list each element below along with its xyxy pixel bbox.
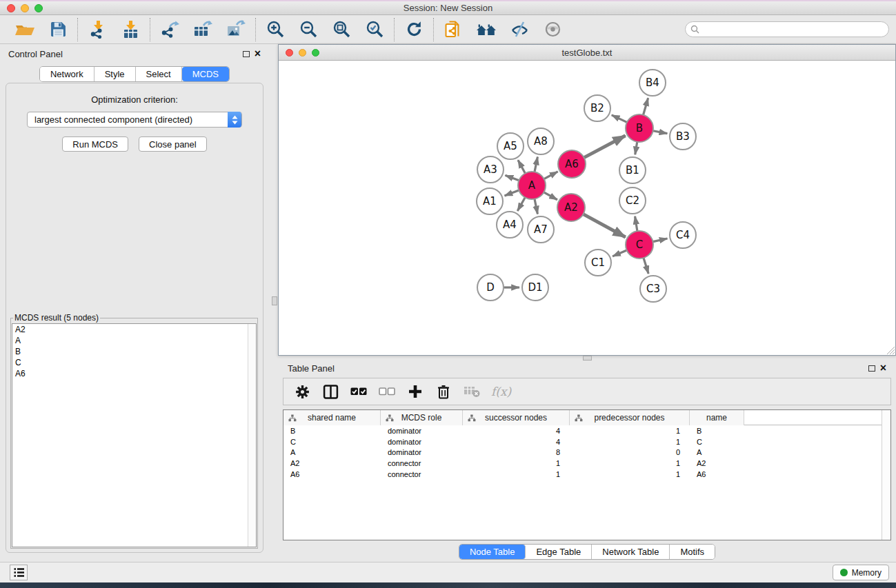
edge-A-A6[interactable] <box>544 172 558 179</box>
edge-C-C4[interactable] <box>653 239 668 242</box>
tab-network-table[interactable]: Network Table <box>592 545 670 559</box>
cell-predecessor-nodes[interactable]: 1 <box>570 438 690 446</box>
cell-successor-nodes[interactable]: 4 <box>463 438 570 446</box>
column-header-predecessor-nodes[interactable]: predecessor nodes <box>570 410 690 425</box>
cell-shared-name[interactable]: A <box>283 448 381 456</box>
edge-B-B2[interactable] <box>612 115 627 123</box>
graph-node-B4[interactable]: B4 <box>639 70 666 96</box>
graph-node-A6[interactable]: A6 <box>558 150 586 178</box>
tab-mcds[interactable]: MCDS <box>182 67 229 81</box>
mcds-result-item[interactable]: B <box>12 346 256 357</box>
cell-shared-name[interactable]: A2 <box>283 459 381 467</box>
cell-successor-nodes[interactable]: 1 <box>463 459 570 467</box>
import-network-icon[interactable] <box>86 19 109 40</box>
column-header-name[interactable]: name <box>690 410 744 425</box>
table-row[interactable]: A6connector11A6 <box>283 469 890 480</box>
graph-node-C2[interactable]: C2 <box>619 187 646 214</box>
cell-MCDS-role[interactable]: dominator <box>381 427 463 435</box>
run-mcds-button[interactable]: Run MCDS <box>62 136 128 152</box>
graph-node-A2[interactable]: A2 <box>557 194 585 221</box>
edge-B-B1[interactable] <box>635 142 637 155</box>
import-table-icon[interactable] <box>119 19 142 40</box>
table-row[interactable]: Adominator80A <box>283 447 890 458</box>
zoom-out-icon[interactable] <box>297 19 320 40</box>
column-header-successor-nodes[interactable]: successor nodes <box>463 410 570 425</box>
close-table-panel-icon[interactable]: × <box>880 365 886 372</box>
mcds-result-list[interactable]: A2ABCA6 <box>12 323 257 547</box>
result-list-scrollbar[interactable] <box>248 324 256 547</box>
deselect-all-checkboxes-icon[interactable] <box>378 383 396 401</box>
cell-shared-name[interactable]: A6 <box>283 470 381 478</box>
edge-C-C1[interactable] <box>613 250 627 256</box>
toggle-visibility-icon[interactable] <box>541 19 564 40</box>
delete-column-icon[interactable] <box>435 383 452 401</box>
export-network-icon[interactable] <box>158 19 181 40</box>
mcds-result-item[interactable]: C <box>12 357 256 368</box>
add-column-icon[interactable] <box>406 383 424 401</box>
window-resize-grip[interactable] <box>886 345 895 354</box>
table-row[interactable]: Bdominator41B <box>283 425 890 436</box>
tab-select[interactable]: Select <box>136 67 182 81</box>
task-history-button[interactable] <box>10 565 28 580</box>
tab-motifs[interactable]: Motifs <box>670 545 715 559</box>
split-pane-gripper-vertical[interactable] <box>272 296 277 305</box>
cell-predecessor-nodes[interactable]: 1 <box>570 459 690 467</box>
float-table-panel-icon[interactable] <box>868 365 875 372</box>
graph-node-A7[interactable]: A7 <box>528 216 554 243</box>
edge-A-A2[interactable] <box>544 192 557 200</box>
show-columns-icon[interactable] <box>321 383 339 401</box>
cell-MCDS-role[interactable]: connector <box>381 459 463 467</box>
save-session-icon[interactable] <box>46 19 70 40</box>
open-session-icon[interactable] <box>13 19 37 40</box>
graph-node-A3[interactable]: A3 <box>477 156 504 183</box>
column-header-MCDS-role[interactable]: MCDS role <box>381 410 463 425</box>
graph-node-C[interactable]: C <box>626 231 653 258</box>
cell-name[interactable]: A <box>690 448 744 456</box>
graph-node-C4[interactable]: C4 <box>670 222 696 248</box>
memory-button[interactable]: Memory <box>833 565 889 580</box>
close-panel-icon[interactable]: × <box>255 50 261 57</box>
cell-shared-name[interactable]: C <box>283 438 381 446</box>
cell-MCDS-role[interactable]: dominator <box>381 438 463 446</box>
cell-shared-name[interactable]: B <box>283 427 381 435</box>
table-scrollbar[interactable] <box>882 410 890 540</box>
graph-node-A1[interactable]: A1 <box>477 188 503 214</box>
hide-graphics-details-icon[interactable] <box>508 19 531 40</box>
clone-network-icon[interactable] <box>441 19 465 40</box>
edge-A-A5[interactable] <box>518 160 525 173</box>
edge-B-B3[interactable] <box>653 131 668 134</box>
zoom-fit-icon[interactable] <box>330 19 353 40</box>
tab-network[interactable]: Network <box>40 67 94 81</box>
graph-node-A[interactable]: A <box>518 172 546 199</box>
column-header-shared-name[interactable]: shared name <box>283 410 381 425</box>
cell-name[interactable]: A6 <box>690 470 744 478</box>
tab-edge-table[interactable]: Edge Table <box>526 545 592 559</box>
graph-node-B3[interactable]: B3 <box>670 123 696 150</box>
edge-A-A7[interactable] <box>535 199 537 214</box>
tab-style[interactable]: Style <box>94 67 136 81</box>
graph-node-B1[interactable]: B1 <box>619 157 646 183</box>
cell-predecessor-nodes[interactable]: 1 <box>570 427 690 435</box>
mcds-result-item[interactable]: A6 <box>12 368 256 379</box>
refresh-view-icon[interactable] <box>402 19 426 40</box>
edge-C-C2[interactable] <box>635 216 637 232</box>
tab-node-table[interactable]: Node Table <box>459 545 526 559</box>
cell-successor-nodes[interactable]: 8 <box>463 448 570 456</box>
edge-A-A1[interactable] <box>505 190 519 196</box>
graph-node-B[interactable]: B <box>626 114 653 142</box>
zoom-in-icon[interactable] <box>263 19 287 40</box>
edge-A6-B[interactable] <box>584 136 626 158</box>
cell-predecessor-nodes[interactable]: 0 <box>570 448 690 456</box>
edge-A2-C[interactable] <box>584 214 626 237</box>
export-image-icon[interactable] <box>224 19 248 40</box>
graph-node-D1[interactable]: D1 <box>522 274 548 301</box>
settings-icon[interactable] <box>293 383 311 401</box>
graph-node-B2[interactable]: B2 <box>584 95 610 121</box>
graph-node-A8[interactable]: A8 <box>528 128 554 154</box>
mcds-result-item[interactable]: A2 <box>12 324 256 335</box>
cell-name[interactable]: C <box>690 438 744 446</box>
network-overview-icon[interactable] <box>475 19 498 40</box>
cell-name[interactable]: B <box>690 427 744 435</box>
float-panel-icon[interactable] <box>243 51 250 57</box>
zoom-selected-icon[interactable] <box>363 19 386 40</box>
